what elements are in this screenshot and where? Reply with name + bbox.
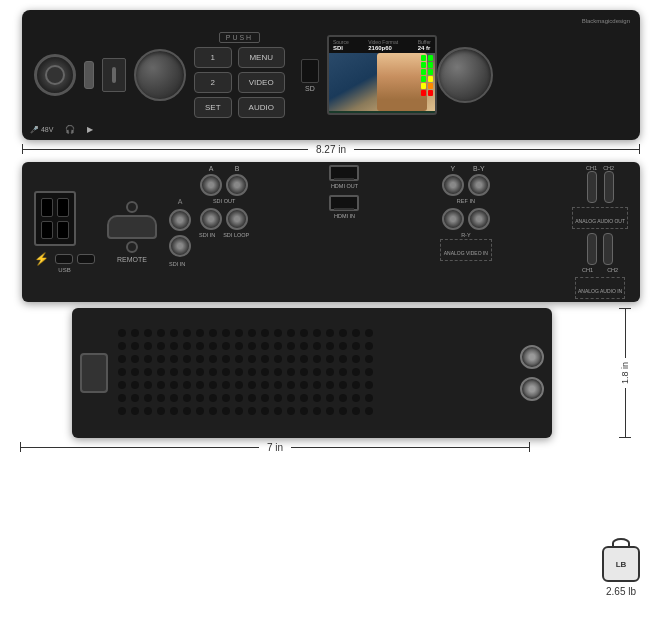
display-format-area: Video Format 2160p60	[368, 39, 398, 51]
remote-label: REMOTE	[117, 256, 147, 263]
vent-hole	[235, 381, 243, 389]
btn-menu[interactable]: MENU	[238, 47, 285, 68]
display-image	[329, 53, 435, 111]
side-meas-line-left	[21, 447, 259, 448]
vent-hole	[235, 394, 243, 402]
btn-1[interactable]: 1	[194, 47, 232, 68]
vent-hole	[248, 381, 256, 389]
audio-in-jacks	[587, 233, 613, 265]
bnc-sdi-out-a	[169, 209, 191, 231]
power-iec-area: ⚡ USB	[34, 191, 95, 273]
vent-hole	[261, 394, 269, 402]
vent-hole	[196, 394, 204, 402]
vent-hole	[300, 342, 308, 350]
btn-set[interactable]: SET	[194, 97, 232, 118]
vent-hole	[274, 342, 282, 350]
bnc-b-bot	[226, 208, 248, 230]
analog-audio-in-box: ANALOG AUDIO IN	[575, 277, 625, 299]
front-knob-left[interactable]	[134, 49, 186, 101]
bnc-sdi-in	[169, 235, 191, 257]
vent-hole	[222, 342, 230, 350]
vent-hole	[339, 407, 347, 415]
vent-hole	[157, 407, 165, 415]
vent-hole	[326, 381, 334, 389]
vent-hole	[222, 355, 230, 363]
side-panel-section: // Vent holes rendered inline below 1.8 …	[20, 308, 642, 454]
sdi-out-pair	[169, 209, 191, 231]
buffer-value: 24 fr	[418, 45, 431, 51]
buttons-row: 1 2 SET MENU VIDEO AUDIO	[194, 47, 285, 118]
hdmi-out-lbl: HDMI OUT	[331, 183, 358, 189]
vent-hole	[170, 368, 178, 376]
weight-bag-handle	[612, 538, 630, 548]
ry-lbl: R-Y	[461, 232, 470, 238]
sdi-loop-lbl: SDI LOOP	[223, 232, 249, 238]
vent-hole	[170, 394, 178, 402]
side-width-measurement: 7 in	[20, 440, 530, 454]
sdi-out-lbl: SDI OUT	[213, 198, 235, 204]
vent-hole	[170, 355, 178, 363]
display-buffer-area: Buffer 24 fr	[418, 39, 431, 51]
vent-hole	[248, 394, 256, 402]
vent-hole	[157, 329, 165, 337]
btn-audio[interactable]: AUDIO	[238, 97, 285, 118]
analog-audio-out-group: CH1 CH2 ANALOG AUDIO OUT	[572, 165, 628, 299]
vent-hole	[183, 355, 191, 363]
vent-hole	[274, 355, 282, 363]
vent-hole	[248, 329, 256, 337]
ch1-in-jack	[587, 233, 597, 265]
vent-hole	[352, 407, 360, 415]
vent-hole	[183, 368, 191, 376]
vent-hole	[300, 355, 308, 363]
sd-slot[interactable]	[301, 59, 319, 83]
vent-hole	[131, 381, 139, 389]
bnc-by-bot	[468, 208, 490, 230]
ch1-in-lbl: CH1	[582, 267, 593, 273]
side-bnc-bottom	[520, 377, 544, 401]
side-bnc-top	[520, 345, 544, 369]
vent-hole	[196, 407, 204, 415]
vent-hole	[352, 368, 360, 376]
vent-hole	[144, 381, 152, 389]
vent-hole	[300, 394, 308, 402]
front-right	[437, 47, 493, 103]
vent-hole	[339, 329, 347, 337]
side-bnc-connectors	[520, 345, 544, 401]
vent-hole	[118, 368, 126, 376]
hdmi-out-port	[329, 165, 359, 181]
vent-hole	[287, 381, 295, 389]
vent-hole	[131, 368, 139, 376]
vent-hole	[183, 329, 191, 337]
btn-video[interactable]: VIDEO	[238, 72, 285, 93]
vent-hole	[131, 329, 139, 337]
sd-label: SD	[305, 85, 315, 92]
vent-hole	[235, 342, 243, 350]
headphone-jack	[84, 61, 94, 89]
vent-hole	[365, 342, 373, 350]
btn-2[interactable]: 2	[194, 72, 232, 93]
bnc-top-row	[200, 174, 248, 196]
vent-hole	[339, 368, 347, 376]
vent-hole	[287, 368, 295, 376]
height-tick-bottom	[619, 437, 631, 438]
front-knob-right[interactable]	[437, 47, 493, 103]
vu-meter-left	[421, 55, 426, 109]
analog-audio-out-box: ANALOG AUDIO OUT	[572, 207, 628, 229]
vent-hole	[300, 381, 308, 389]
bnc-ref-in	[442, 174, 464, 196]
vent-hole	[118, 329, 126, 337]
vent-hole	[313, 407, 321, 415]
alpha-b: B	[226, 165, 248, 172]
ch2-out-col: CH2	[603, 165, 614, 203]
vent-hole	[209, 342, 217, 350]
volume-slider[interactable]	[102, 58, 126, 92]
power-connector	[34, 191, 76, 246]
page-container: Blackmagicdesign 🎤 48V 🎧 ▶ PUSH	[0, 0, 662, 468]
vent-hole	[222, 368, 230, 376]
vent-hole	[326, 394, 334, 402]
thunderbolt-icon: ⚡	[34, 252, 49, 266]
vent-hole	[183, 381, 191, 389]
height-label: 1.8 in	[620, 358, 630, 388]
vent-hole	[274, 407, 282, 415]
vent-hole	[300, 329, 308, 337]
